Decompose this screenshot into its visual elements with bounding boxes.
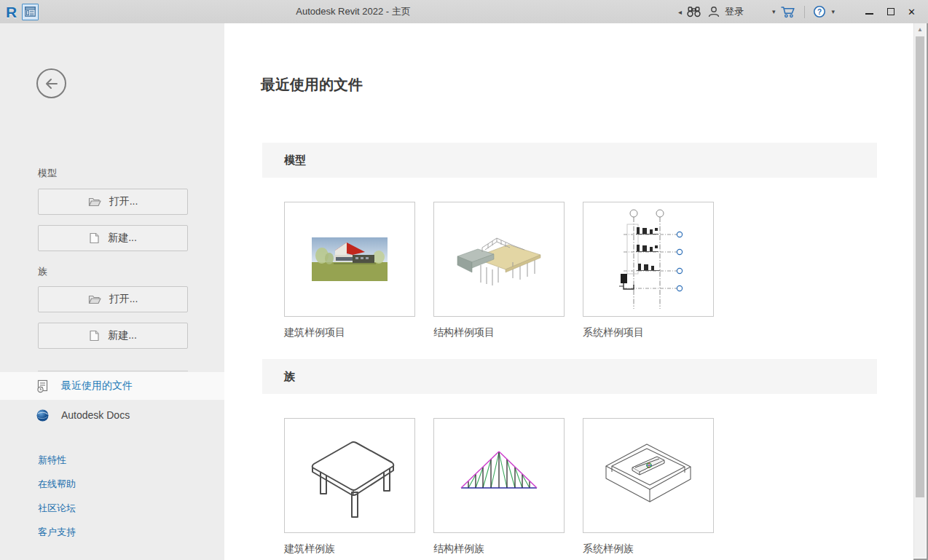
sidebar-item-recent-files[interactable]: 最近使用的文件 — [0, 372, 224, 400]
family-open-button[interactable]: 打开... — [38, 286, 188, 312]
card-systems-sample-project[interactable] — [583, 202, 714, 317]
caption-systems-project: 系统样例项目 — [583, 326, 644, 339]
home-toggle-button[interactable] — [22, 4, 39, 20]
link-community-forum[interactable]: 社区论坛 — [38, 502, 76, 515]
model-section-label: 模型 — [38, 167, 57, 180]
model-section-band: 模型 — [262, 143, 877, 178]
model-new-button[interactable]: 新建... — [38, 225, 188, 251]
page-title: 最近使用的文件 — [261, 75, 363, 95]
back-button[interactable] — [36, 68, 66, 98]
caption-structure-family: 结构样例族 — [433, 543, 484, 556]
back-arrow-icon — [44, 78, 59, 90]
card-systems-sample-family[interactable] — [583, 418, 714, 533]
model-new-label: 新建... — [108, 232, 137, 245]
new-file-icon — [89, 232, 100, 244]
thumbnail-structure-project — [452, 230, 546, 288]
sidebar: 模型 打开... 新建... 族 — [0, 23, 224, 560]
home-icon — [25, 7, 36, 17]
titlebar-separator — [804, 6, 805, 18]
scrollbar-thumb[interactable] — [916, 36, 924, 497]
thumbnail-architecture-project — [312, 237, 388, 281]
model-open-button[interactable]: 打开... — [38, 189, 188, 215]
model-open-label: 打开... — [109, 195, 138, 208]
family-section-band: 族 — [262, 359, 877, 394]
titlebar: R Autodesk Revit 2022 - 主页 ◂ — [0, 0, 928, 23]
vertical-scrollbar[interactable]: ▲ — [913, 23, 926, 558]
recent-files-icon — [35, 379, 50, 393]
family-new-button[interactable]: 新建... — [38, 323, 188, 349]
thumbnail-structure-family — [441, 421, 557, 530]
model-band-label: 模型 — [284, 154, 306, 167]
sign-in-button[interactable]: 登录 — [723, 5, 745, 18]
link-online-help[interactable]: 在线帮助 — [38, 478, 76, 491]
cart-icon[interactable] — [777, 3, 799, 20]
help-dropdown-icon[interactable]: ▾ — [829, 8, 837, 15]
new-file-icon — [89, 330, 100, 342]
sign-in-dropdown-icon[interactable]: ▾ — [770, 8, 778, 15]
maximize-button[interactable] — [880, 2, 901, 21]
revit-window: R Autodesk Revit 2022 - 主页 ◂ — [0, 0, 928, 560]
autodesk-docs-label: Autodesk Docs — [61, 409, 130, 421]
family-band-label: 族 — [284, 370, 295, 384]
svg-text:?: ? — [817, 8, 822, 16]
thumbnail-systems-family — [590, 421, 707, 530]
thumbnail-systems-project — [612, 207, 685, 312]
family-new-label: 新建... — [108, 329, 137, 342]
window-title: Autodesk Revit 2022 - 主页 — [248, 0, 459, 23]
family-section-label: 族 — [38, 265, 47, 278]
link-customer-support[interactable]: 客户支持 — [38, 526, 76, 539]
collapse-search-arrow-icon[interactable]: ◂ — [678, 8, 683, 16]
user-icon[interactable] — [704, 3, 723, 20]
caption-architecture-family: 建筑样例族 — [284, 543, 335, 556]
main-content: 最近使用的文件 模型 — [224, 23, 913, 560]
family-open-label: 打开... — [109, 293, 138, 306]
open-folder-icon — [88, 197, 101, 207]
revit-logo[interactable]: R — [6, 4, 17, 20]
caption-systems-family: 系统样例族 — [583, 543, 634, 556]
card-architecture-sample-project[interactable] — [284, 202, 415, 317]
autodesk-docs-globe-icon — [35, 409, 50, 422]
card-architecture-sample-family[interactable] — [284, 418, 415, 533]
caption-architecture-project: 建筑样例项目 — [284, 326, 345, 339]
link-whats-new[interactable]: 新特性 — [38, 454, 66, 467]
sidebar-divider — [38, 371, 188, 371]
scroll-up-icon[interactable]: ▲ — [914, 23, 926, 36]
card-structure-sample-family[interactable] — [433, 418, 565, 533]
help-icon[interactable]: ? — [810, 3, 829, 20]
search-icon[interactable] — [683, 3, 704, 20]
sidebar-item-autodesk-docs[interactable]: Autodesk Docs — [0, 401, 224, 429]
close-button[interactable]: ✕ — [901, 2, 922, 21]
card-structure-sample-project[interactable] — [433, 202, 565, 317]
thumbnail-architecture-family — [291, 421, 408, 530]
recent-files-label: 最近使用的文件 — [61, 379, 133, 393]
open-folder-icon — [88, 294, 101, 304]
caption-structure-project: 结构样例项目 — [433, 326, 495, 339]
minimize-button[interactable] — [859, 2, 880, 21]
